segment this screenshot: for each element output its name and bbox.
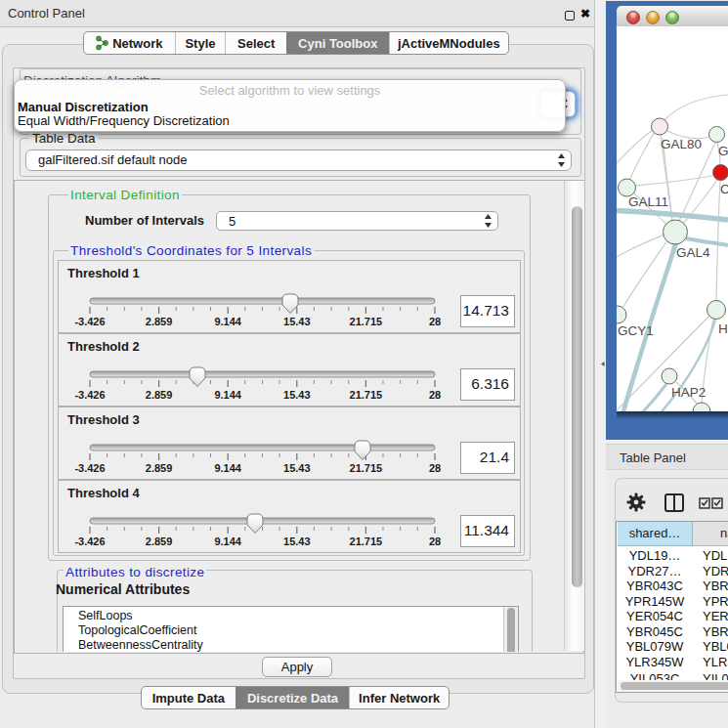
svg-text:2.859: 2.859	[146, 389, 173, 401]
svg-text:28: 28	[429, 535, 441, 547]
svg-text:GAL11: GAL11	[628, 194, 668, 209]
svg-text:15.43: 15.43	[283, 462, 311, 474]
svg-text:28: 28	[429, 462, 441, 474]
svg-text:9.144: 9.144	[214, 316, 241, 327]
svg-text:21.715: 21.715	[350, 316, 383, 327]
svg-text:-3.426: -3.426	[74, 462, 105, 474]
svg-text:-3.426: -3.426	[74, 389, 105, 401]
svg-text:9.144: 9.144	[214, 389, 241, 401]
svg-text:GAL4: GAL4	[676, 245, 710, 260]
svg-text:9.144: 9.144	[214, 462, 241, 474]
svg-text:2.859: 2.859	[146, 535, 173, 547]
svg-text:15.43: 15.43	[283, 389, 311, 401]
svg-text:-3.426: -3.426	[74, 316, 105, 327]
svg-text:21.715: 21.715	[350, 389, 383, 401]
svg-text:GCY1: GCY1	[618, 323, 654, 338]
svg-text:GAL80: GAL80	[661, 137, 702, 151]
svg-text:HAP2: HAP2	[671, 385, 706, 400]
svg-text:28: 28	[429, 316, 441, 327]
svg-text:C: C	[720, 182, 728, 196]
svg-text:2.859: 2.859	[146, 462, 173, 474]
svg-text:15.43: 15.43	[283, 535, 311, 547]
svg-text:-3.426: -3.426	[74, 535, 105, 547]
svg-text:28: 28	[429, 389, 441, 401]
svg-text:21.715: 21.715	[350, 462, 383, 474]
svg-text:21.715: 21.715	[350, 535, 383, 547]
svg-text:2.859: 2.859	[146, 316, 173, 327]
svg-text:GA: GA	[718, 144, 728, 158]
svg-text:9.144: 9.144	[214, 535, 241, 547]
svg-text:H: H	[718, 321, 728, 336]
svg-text:15.43: 15.43	[283, 316, 311, 327]
